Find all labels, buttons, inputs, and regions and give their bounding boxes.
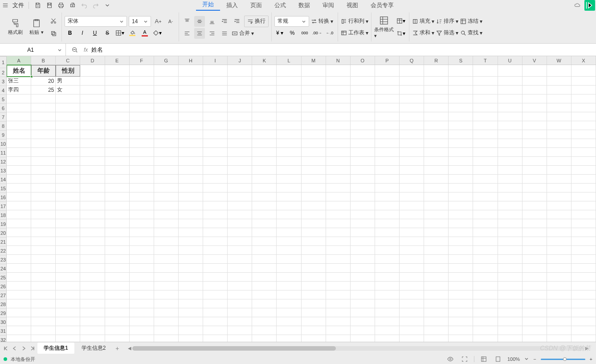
cell-P2[interactable] [375,77,400,86]
cell-K1[interactable] [252,65,277,77]
cell-E23[interactable] [105,264,130,273]
cell-D21[interactable] [80,246,105,255]
cell-A11[interactable] [7,157,31,166]
cell-J17[interactable] [228,210,252,219]
cell-I27[interactable] [203,299,228,308]
cell-L16[interactable] [277,201,301,210]
cell-K26[interactable] [252,290,277,299]
col-header-D[interactable]: D [80,56,105,65]
format-table-icon[interactable]: ▾ [396,16,406,26]
cell-W6[interactable] [547,112,572,121]
cell-U27[interactable] [498,299,523,308]
cell-L24[interactable] [277,273,301,282]
cell-B4[interactable] [31,94,56,103]
cell-M16[interactable] [302,201,326,210]
cell-O11[interactable] [351,157,375,166]
cell-R6[interactable] [424,112,449,121]
cell-M14[interactable] [302,184,326,192]
cell-S26[interactable] [449,290,473,299]
cell-P15[interactable] [375,192,400,201]
cell-P25[interactable] [375,282,400,290]
cell-H27[interactable] [179,299,203,308]
cell-W15[interactable] [547,192,572,201]
cell-K18[interactable] [252,219,277,228]
cell-V22[interactable] [523,255,547,264]
cell-F6[interactable] [130,112,154,121]
cell-T12[interactable] [473,166,498,175]
cell-C13[interactable] [56,175,80,184]
cell-X31[interactable] [572,335,596,342]
cell-D27[interactable] [80,299,105,308]
cell-W25[interactable] [547,282,572,290]
cell-B8[interactable] [31,130,56,139]
sheet-tab-2[interactable]: 学生信息2 [75,343,112,354]
cell-J18[interactable] [228,219,252,228]
cell-G9[interactable] [154,139,179,148]
cell-A2[interactable]: 张三 [7,77,31,86]
cell-B28[interactable] [31,308,56,317]
cell-K29[interactable] [252,317,277,326]
row-header-18[interactable]: 18 [0,211,6,220]
cell-H24[interactable] [179,273,203,282]
cell-K4[interactable] [252,94,277,103]
cell-E5[interactable] [105,103,130,112]
cell-S4[interactable] [449,94,473,103]
zoom-slider-thumb[interactable] [563,357,567,361]
row-header-19[interactable]: 19 [0,220,6,229]
cell-G27[interactable] [154,299,179,308]
tab-member[interactable]: 会员专享 [364,0,400,11]
cell-I24[interactable] [203,273,228,282]
cell-K11[interactable] [252,157,277,166]
zoom-in-button[interactable]: + [590,356,592,362]
cell-F20[interactable] [130,237,154,246]
cell-S8[interactable] [449,130,473,139]
cell-M12[interactable] [302,166,326,175]
cell-Q31[interactable] [400,335,424,342]
cell-T13[interactable] [473,175,498,184]
cell-A27[interactable] [7,299,31,308]
cell-I29[interactable] [203,317,228,326]
col-header-A[interactable]: A [7,56,31,65]
cell-B1[interactable]: 年龄 [31,65,56,77]
formula-input[interactable] [91,46,592,53]
cell-A7[interactable] [7,121,31,130]
cell-K13[interactable] [252,175,277,184]
cell-N26[interactable] [326,290,351,299]
cell-N11[interactable] [326,157,351,166]
cell-C29[interactable] [56,317,80,326]
cell-W9[interactable] [547,139,572,148]
cell-J12[interactable] [228,166,252,175]
cell-P27[interactable] [375,299,400,308]
cell-K20[interactable] [252,237,277,246]
print-preview-icon[interactable] [68,1,77,10]
cell-U13[interactable] [498,175,523,184]
cell-O16[interactable] [351,201,375,210]
row-header-9[interactable]: 9 [0,131,6,139]
cell-X26[interactable] [572,290,596,299]
cell-V14[interactable] [523,184,547,192]
cell-F3[interactable] [130,86,154,94]
row-header-24[interactable]: 24 [0,264,6,273]
cell-G7[interactable] [154,121,179,130]
cell-B27[interactable] [31,299,56,308]
cell-S24[interactable] [449,273,473,282]
cell-D3[interactable] [80,86,105,94]
selection-handle[interactable] [30,75,33,78]
cell-L18[interactable] [277,219,301,228]
cell-P19[interactable] [375,228,400,237]
cell-I20[interactable] [203,237,228,246]
col-header-G[interactable]: G [154,56,179,65]
cell-V25[interactable] [523,282,547,290]
cell-Q5[interactable] [400,103,424,112]
cell-G28[interactable] [154,308,179,317]
cell-U31[interactable] [498,335,523,342]
cell-K31[interactable] [252,335,277,342]
cell-J29[interactable] [228,317,252,326]
cell-X12[interactable] [572,166,596,175]
cell-V2[interactable] [523,77,547,86]
cell-X27[interactable] [572,299,596,308]
cell-Q4[interactable] [400,94,424,103]
cell-X16[interactable] [572,201,596,210]
cell-H29[interactable] [179,317,203,326]
cell-R21[interactable] [424,246,449,255]
